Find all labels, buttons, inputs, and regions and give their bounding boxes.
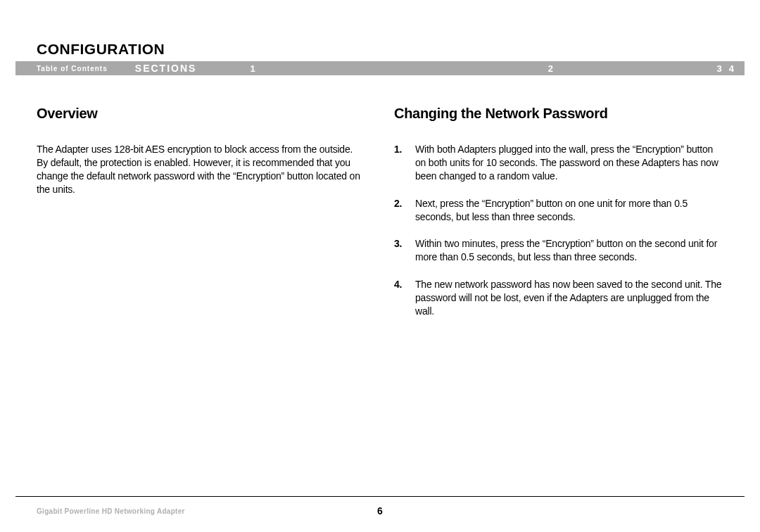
step-item: Next, press the “Encryption” button on o… <box>394 197 723 224</box>
content-area: Overview The Adapter uses 128-bit AES en… <box>37 106 723 332</box>
nav-section-1[interactable]: 1 <box>223 63 283 74</box>
footer-divider <box>15 496 745 497</box>
nav-section-2[interactable]: 2 <box>283 63 561 74</box>
nav-section-4[interactable]: 4 <box>729 63 745 74</box>
step-item: The new network password has now been sa… <box>394 278 723 318</box>
right-column: Changing the Network Password With both … <box>394 106 723 332</box>
password-heading: Changing the Network Password <box>394 106 723 122</box>
step-item: Within two minutes, press the “Encryptio… <box>394 237 723 264</box>
left-column: Overview The Adapter uses 128-bit AES en… <box>37 106 366 332</box>
nav-toc-link[interactable]: Table of Contents <box>15 65 135 72</box>
password-steps: With both Adapters plugged into the wall… <box>394 143 723 318</box>
overview-body: The Adapter uses 128-bit AES encryption … <box>37 143 366 196</box>
nav-sections-label: SECTIONS <box>135 63 223 74</box>
footer-page-number: 6 <box>0 505 760 517</box>
section-nav-bar: Table of Contents SECTIONS 1 2 3 4 <box>15 61 745 75</box>
step-item: With both Adapters plugged into the wall… <box>394 143 723 183</box>
overview-heading: Overview <box>37 106 366 122</box>
nav-section-3[interactable]: 3 <box>560 63 729 74</box>
page-title: CONFIGURATION <box>37 41 165 58</box>
